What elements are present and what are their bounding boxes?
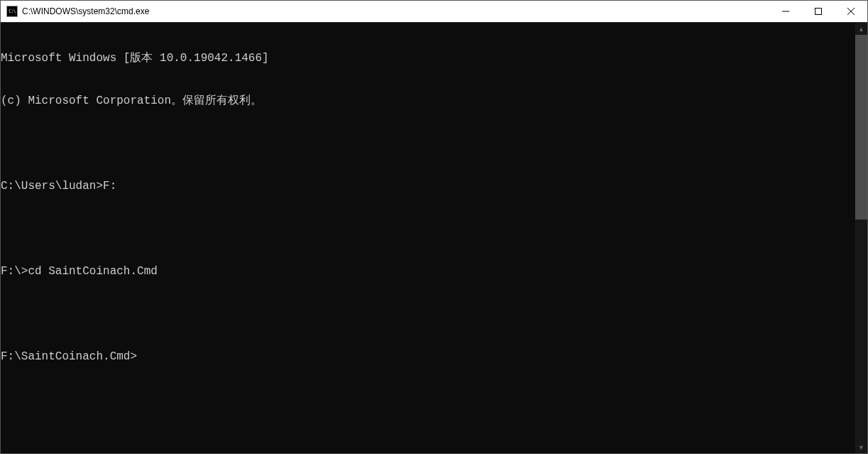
terminal-line [1, 222, 855, 236]
titlebar[interactable]: C:\ C:\WINDOWS\system32\cmd.exe [1, 1, 867, 23]
terminal-line: C:\Users\ludan>F: [1, 179, 855, 193]
minimize-icon [782, 8, 789, 15]
window-controls [769, 1, 867, 22]
scroll-thumb[interactable] [855, 35, 867, 220]
window-title: C:\WINDOWS\system32\cmd.exe [22, 6, 769, 16]
terminal-output[interactable]: Microsoft Windows [版本 10.0.19042.1466] (… [1, 23, 855, 453]
terminal-line: (c) Microsoft Corporation。保留所有权利。 [1, 94, 855, 108]
scroll-up-arrow-icon[interactable]: ▲ [855, 23, 867, 35]
terminal-prompt: F:\SaintCoinach.Cmd> [1, 350, 855, 364]
terminal-line [1, 136, 855, 151]
maximize-icon [815, 8, 822, 15]
close-button[interactable] [835, 1, 867, 22]
minimize-button[interactable] [769, 1, 802, 22]
terminal-line [1, 307, 855, 321]
terminal-container: Microsoft Windows [版本 10.0.19042.1466] (… [1, 23, 867, 453]
svg-rect-1 [815, 9, 822, 15]
close-icon [847, 8, 855, 15]
maximize-button[interactable] [802, 1, 835, 22]
scroll-down-arrow-icon[interactable]: ▼ [855, 441, 867, 453]
terminal-line: Microsoft Windows [版本 10.0.19042.1466] [1, 51, 855, 65]
vertical-scrollbar[interactable]: ▲ ▼ [855, 23, 867, 453]
scroll-track[interactable] [855, 35, 867, 441]
terminal-line: F:\>cd SaintCoinach.Cmd [1, 264, 855, 279]
cmd-icon: C:\ [6, 6, 18, 17]
